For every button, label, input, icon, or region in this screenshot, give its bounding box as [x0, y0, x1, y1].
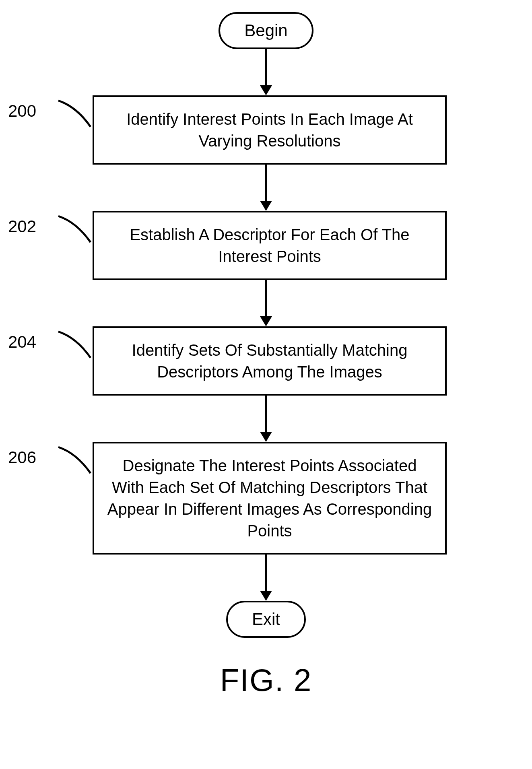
- svg-marker-1: [260, 85, 272, 95]
- arrow-icon: [254, 49, 278, 95]
- step-box: Identify Interest Points In Each Image A…: [93, 95, 447, 165]
- begin-label: Begin: [244, 21, 287, 40]
- step-number: 206: [8, 442, 56, 467]
- exit-label: Exit: [252, 610, 280, 629]
- begin-terminal: Begin: [219, 12, 313, 49]
- svg-marker-5: [260, 316, 272, 326]
- step-row: 204 Identify Sets Of Substantially Match…: [8, 326, 524, 396]
- connector-icon: [56, 214, 93, 262]
- step-text: Establish A Descriptor For Each Of The I…: [130, 226, 409, 265]
- step-row: 206 Designate The Interest Points Associ…: [8, 442, 524, 555]
- step-row: 202 Establish A Descriptor For Each Of T…: [8, 211, 524, 280]
- exit-terminal: Exit: [226, 601, 306, 638]
- arrow-icon: [254, 165, 278, 211]
- flowchart: Begin 200 Identify Interest Points In Ea…: [8, 12, 524, 699]
- step-row: 200 Identify Interest Points In Each Ima…: [8, 95, 524, 165]
- connector-icon: [56, 445, 93, 493]
- step-box: Identify Sets Of Substantially Matching …: [93, 326, 447, 396]
- arrow-icon: [254, 280, 278, 326]
- step-text: Identify Interest Points In Each Image A…: [126, 110, 413, 150]
- connector-icon: [56, 99, 93, 147]
- step-text: Identify Sets Of Substantially Matching …: [132, 341, 408, 381]
- step-text: Designate The Interest Points Associated…: [107, 457, 432, 540]
- step-box: Designate The Interest Points Associated…: [93, 442, 447, 555]
- step-number: 200: [8, 95, 56, 121]
- svg-marker-7: [260, 432, 272, 442]
- figure-label: FIG. 2: [220, 662, 312, 699]
- svg-marker-9: [260, 591, 272, 601]
- svg-marker-3: [260, 201, 272, 211]
- arrow-icon: [254, 555, 278, 601]
- arrow-icon: [254, 396, 278, 442]
- step-number: 204: [8, 326, 56, 352]
- step-box: Establish A Descriptor For Each Of The I…: [93, 211, 447, 280]
- connector-icon: [56, 330, 93, 378]
- step-number: 202: [8, 211, 56, 236]
